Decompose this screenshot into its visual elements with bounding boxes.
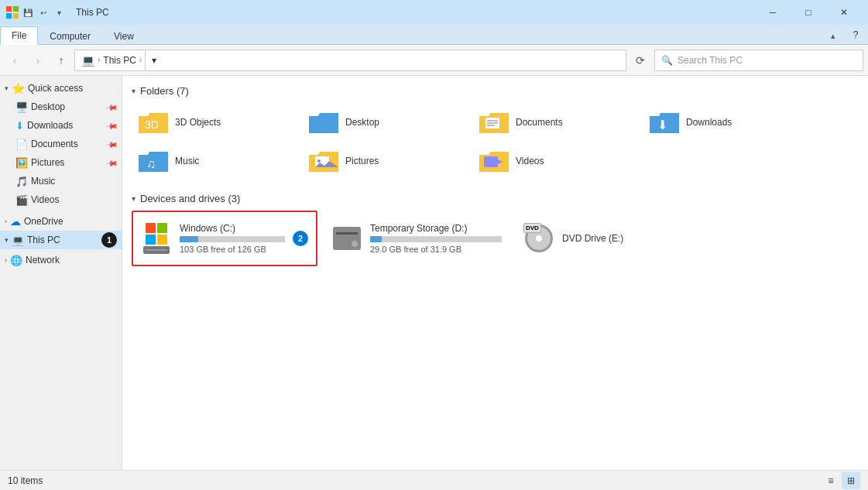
folder-desktop-icon bbox=[308, 107, 339, 138]
up-button[interactable]: ↑ bbox=[51, 50, 71, 70]
sidebar-downloads-label: Downloads bbox=[27, 120, 105, 131]
folder-documents[interactable]: Documents bbox=[472, 103, 643, 142]
drive-e-name: DVD Drive (E:) bbox=[562, 233, 694, 244]
svg-text:♫: ♫ bbox=[146, 157, 156, 170]
help-button[interactable]: ? bbox=[843, 26, 868, 44]
drive-d-bar-container bbox=[370, 236, 502, 242]
sidebar-videos-label: Videos bbox=[31, 194, 117, 205]
cloud-icon: ☁ bbox=[10, 215, 21, 228]
close-button[interactable]: ✕ bbox=[826, 0, 862, 25]
search-box[interactable]: 🔍 Search This PC bbox=[654, 50, 863, 71]
thispc-label: This PC bbox=[27, 235, 98, 245]
computer-icon: 💻 bbox=[12, 235, 24, 246]
tab-computer[interactable]: Computer bbox=[38, 27, 102, 45]
sidebar-quickaccess-header[interactable]: ▾ ⭐ Quick access bbox=[0, 79, 122, 98]
drive-d-name: Temporary Storage (D:) bbox=[370, 223, 502, 234]
sidebar-thispc[interactable]: ▾ 💻 This PC 1 bbox=[0, 231, 122, 249]
drive-c-name: Windows (C:) bbox=[180, 223, 285, 234]
folder-documents-label: Documents bbox=[516, 117, 563, 128]
app-icon bbox=[6, 6, 19, 19]
sidebar-item-desktop[interactable]: 🖥️ Desktop 📌 bbox=[0, 98, 122, 116]
ribbon-expand-btn[interactable]: ▴ bbox=[823, 28, 843, 44]
drive-d-icon bbox=[331, 223, 362, 254]
refresh-button[interactable]: ⟳ bbox=[630, 50, 651, 71]
folders-section-header[interactable]: ▾ Folders (7) bbox=[132, 85, 859, 97]
svg-rect-13 bbox=[484, 156, 498, 167]
drives-title: Devices and drives (3) bbox=[140, 193, 240, 204]
path-dropdown[interactable]: ▾ bbox=[145, 50, 162, 71]
pictures-icon: 🖼️ bbox=[15, 157, 28, 169]
chevron-right-icon2: › bbox=[5, 256, 7, 264]
chevron-right-icon: › bbox=[5, 218, 7, 225]
sidebar-item-pictures[interactable]: 🖼️ Pictures 📌 bbox=[0, 153, 122, 172]
minimize-button[interactable]: ─ bbox=[755, 0, 791, 25]
folder-downloads[interactable]: ⬇ Downloads bbox=[643, 103, 813, 142]
quickaccess-label: Quick access bbox=[28, 83, 117, 94]
forward-button[interactable]: › bbox=[28, 50, 48, 70]
tab-file[interactable]: File bbox=[0, 26, 38, 45]
window-title: This PC bbox=[70, 7, 750, 18]
drive-c-bar-container bbox=[180, 236, 285, 242]
drive-e[interactable]: DVD DVD Drive (E:) bbox=[516, 211, 702, 266]
main-layout: ▾ ⭐ Quick access 🖥️ Desktop 📌 ⬇ Download… bbox=[0, 76, 868, 470]
folder-music-icon: ♫ bbox=[138, 146, 169, 176]
sidebar-onedrive[interactable]: › ☁ OneDrive bbox=[0, 212, 122, 231]
badge-1: 1 bbox=[101, 232, 117, 248]
tb-dropdown-icon: ▾ bbox=[53, 6, 65, 19]
svg-rect-3 bbox=[13, 13, 19, 19]
sidebar-item-music[interactable]: 🎵 Music bbox=[0, 172, 122, 190]
drive-c-bar bbox=[180, 236, 198, 242]
svg-text:3D: 3D bbox=[145, 118, 159, 131]
sidebar-item-documents[interactable]: 📄 Documents 📌 bbox=[0, 135, 122, 153]
window-controls: ─ □ ✕ bbox=[755, 0, 862, 25]
drives-section-header[interactable]: ▾ Devices and drives (3) bbox=[132, 193, 859, 204]
folder-3d-icon: 3D bbox=[138, 107, 169, 138]
view-grid-button[interactable]: ⊞ bbox=[842, 472, 860, 489]
address-path[interactable]: 💻 › This PC › ▾ bbox=[74, 50, 626, 71]
folder-videos[interactable]: Videos bbox=[472, 142, 643, 180]
pin-icon2: 📌 bbox=[106, 119, 118, 132]
sidebar-documents-label: Documents bbox=[31, 139, 105, 149]
pin-icon4: 📌 bbox=[106, 156, 118, 169]
items-count: 10 items bbox=[8, 475, 43, 486]
sidebar-item-videos[interactable]: 🎬 Videos bbox=[0, 190, 122, 209]
sidebar-item-downloads[interactable]: ⬇ Downloads 📌 bbox=[0, 116, 122, 135]
onedrive-label: OneDrive bbox=[24, 216, 117, 227]
drive-c-free: 103 GB free of 126 GB bbox=[180, 245, 285, 254]
folder-3dobjects[interactable]: 3D 3D Objects bbox=[132, 103, 302, 142]
folder-pictures[interactable]: Pictures bbox=[302, 142, 472, 180]
drive-d[interactable]: Temporary Storage (D:) 29.0 GB free of 3… bbox=[324, 211, 509, 266]
badge-2: 2 bbox=[293, 231, 308, 246]
folder-music-label: Music bbox=[175, 156, 199, 166]
svg-text:⬇: ⬇ bbox=[657, 118, 667, 132]
network-icon: 🌐 bbox=[10, 255, 22, 266]
tab-view[interactable]: View bbox=[102, 27, 146, 45]
sidebar-desktop-label: Desktop bbox=[31, 101, 105, 112]
folders-chevron-icon: ▾ bbox=[132, 87, 136, 95]
title-bar-icon-group: 💾 ↩ ▾ bbox=[6, 6, 65, 19]
windows-logo-icon bbox=[146, 223, 167, 245]
path-computer-icon: 💻 bbox=[81, 54, 94, 67]
sidebar-music-label: Music bbox=[31, 176, 117, 187]
folder-desktop-label: Desktop bbox=[345, 117, 379, 128]
drive-c-icon bbox=[141, 223, 172, 254]
address-bar: ‹ › ↑ 💻 › This PC › ▾ ⟳ 🔍 Search This PC bbox=[0, 45, 868, 76]
svg-rect-2 bbox=[6, 13, 12, 19]
path-separator: › bbox=[98, 56, 100, 64]
back-button[interactable]: ‹ bbox=[5, 50, 25, 70]
folders-title: Folders (7) bbox=[140, 85, 189, 97]
drive-c[interactable]: Windows (C:) 103 GB free of 126 GB 2 bbox=[132, 211, 317, 266]
downloads-icon: ⬇ bbox=[15, 120, 24, 132]
svg-rect-0 bbox=[6, 6, 12, 12]
sidebar-network[interactable]: › 🌐 Network bbox=[0, 251, 122, 269]
desktop-folder-icon: 🖥️ bbox=[15, 101, 28, 113]
folder-desktop[interactable]: Desktop bbox=[302, 103, 472, 142]
view-list-button[interactable]: ≡ bbox=[822, 472, 840, 489]
maximize-button[interactable]: □ bbox=[791, 0, 826, 25]
folder-3dobjects-label: 3D Objects bbox=[175, 117, 221, 128]
folder-music[interactable]: ♫ Music bbox=[132, 142, 302, 180]
drive-e-icon: DVD bbox=[523, 223, 554, 254]
content-area: ▾ Folders (7) 3D 3D Objects bbox=[122, 76, 868, 470]
tb-undo-icon: ↩ bbox=[37, 6, 50, 19]
drive-e-info: DVD Drive (E:) bbox=[562, 233, 694, 244]
